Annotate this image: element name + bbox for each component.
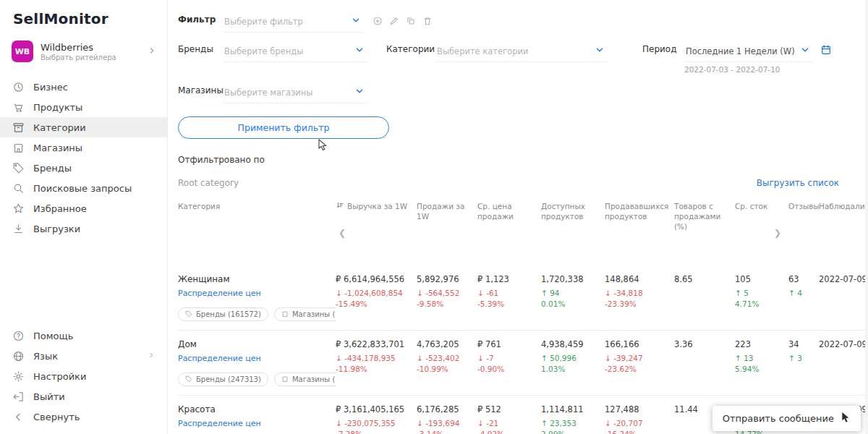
avg-stock-cell: 105↑ 54.71% — [735, 274, 788, 321]
sold-products-cell: 148,864↓ -34,818-23.39% — [605, 274, 674, 321]
brands-select[interactable]: Выберите бренды — [223, 43, 367, 62]
sidebar-item-label: Избранное — [33, 203, 87, 214]
col-label: Выручка за 1W — [347, 201, 407, 211]
edit-filter-icon[interactable] — [389, 15, 399, 29]
col-watched[interactable]: Наблюдали — [819, 201, 865, 232]
avg-price-cell: ₽ 512↓ -21-4.02% — [477, 404, 541, 434]
star-icon — [12, 202, 25, 215]
sidebar-item-label: Выйти — [33, 391, 65, 402]
metric-delta: ↓ -193,694 — [417, 419, 470, 427]
business-icon — [12, 80, 25, 93]
root-category-label: Root category — [178, 178, 239, 188]
col-category[interactable]: Категория — [178, 201, 336, 232]
col-revenue[interactable]: Выручка за 1W — [336, 201, 417, 232]
metric-delta: ↑ 5 — [735, 289, 781, 297]
sidebar-item-business[interactable]: Бизнес — [0, 77, 167, 97]
price-distribution-link[interactable]: Распределение цен — [178, 354, 261, 363]
metric-value: ₽ 3,161,405,165 — [336, 404, 409, 414]
category-name: Женщинам — [178, 274, 328, 284]
shops-chip[interactable]: Магазины (114232) — [274, 307, 336, 321]
table-scroll-left[interactable]: ❮ — [339, 229, 346, 237]
col-share-with-sales[interactable]: Товаров с продажами (%) — [674, 201, 735, 232]
categories-select[interactable]: Выберите категории — [435, 43, 608, 62]
period-block: Последние 1 Недели (W) 2022-07-03 - 2022… — [684, 43, 813, 74]
table-scroll-right[interactable]: ❯ — [774, 229, 781, 237]
export-list-link[interactable]: Выгрузить список — [757, 178, 839, 188]
metric-pct: -3.14% — [417, 430, 470, 434]
send-message-button[interactable]: Отправить сообщение — [712, 406, 861, 431]
period-select[interactable]: Последние 1 Недели (W) — [684, 43, 813, 62]
metric-pct: -15.49% — [336, 299, 409, 308]
filter-select[interactable]: Выберите фильтр — [223, 13, 364, 33]
sidebar-item-shops[interactable]: Магазины — [0, 137, 167, 158]
app-window: SellMonitor WB Wildberries Выбрать ритей… — [0, 0, 865, 434]
sidebar-item-favorites[interactable]: Избранное — [0, 198, 167, 218]
subheader-row: Root category Выгрузить список — [178, 178, 865, 188]
metric-delta: ↓ -523,402 — [417, 354, 470, 362]
chevron-down-icon — [354, 44, 365, 58]
sidebar-item-brands[interactable]: Бренды — [0, 158, 167, 178]
metric-delta: ↓ -564,552 — [417, 289, 470, 297]
sidebar-item-categories[interactable]: Категории — [0, 117, 167, 137]
metric-value: 105 — [735, 274, 781, 284]
sidebar-item-products[interactable]: Продукты — [0, 97, 167, 117]
metric-delta: ↑ 4 — [788, 289, 812, 297]
filter-row: Магазины Выберите магазины — [178, 84, 865, 103]
calendar-icon[interactable] — [820, 43, 832, 59]
category-cell: Женщинам Распределение цен Бренды (16157… — [178, 274, 336, 321]
metric-value: ₽ 3,622,833,701 — [336, 339, 409, 349]
table-header: Категория Выручка за 1W Продажи за 1W Ср… — [178, 201, 865, 232]
col-sales[interactable]: Продажи за 1W — [417, 201, 477, 232]
metric-pct: -0.90% — [477, 365, 534, 373]
metric-value: 2022-07-09 — [819, 339, 865, 349]
sidebar-item-search-queries[interactable]: Поисковые запросы — [0, 178, 167, 198]
logout-icon — [12, 390, 25, 403]
metric-value: 1,114,811 — [541, 404, 597, 414]
shops-chip[interactable]: Магазины (120713) — [274, 373, 336, 386]
metric-delta: ↑ 3 — [788, 354, 812, 362]
sidebar-item-logout[interactable]: Выйти — [0, 386, 167, 407]
sidebar-item-label: Поисковые запросы — [33, 183, 132, 194]
brands-chip[interactable]: Бренды (161572) — [178, 307, 268, 321]
sidebar-item-language[interactable]: Язык — [0, 346, 167, 366]
metric-pct: -23.39% — [605, 299, 667, 308]
sidebar-item-settings[interactable]: Настройки — [0, 366, 167, 386]
sold-products-cell: 127,488↓ -20,707-16.24% — [605, 404, 674, 434]
shops-placeholder: Выберите магазины — [224, 88, 312, 98]
category-cell: Красота Распределение цен Бренды (119841… — [178, 404, 336, 434]
gear-icon — [12, 370, 25, 383]
row-tags: Бренды (161572) Магазины (114232) — [178, 307, 328, 321]
metric-pct: -9.58% — [417, 299, 470, 308]
price-distribution-link[interactable]: Распределение цен — [178, 419, 261, 428]
shops-select[interactable]: Выберите магазины — [223, 84, 367, 103]
delete-filter-icon[interactable] — [422, 15, 433, 29]
wildberries-badge: WB — [12, 41, 33, 62]
table-row: Женщинам Распределение цен Бренды (16157… — [178, 265, 865, 331]
reviews-cell: 34↑ 3 — [788, 339, 819, 386]
sidebar-item-label: Помощь — [33, 331, 73, 341]
col-sold-products[interactable]: Продававшихся продуктов — [605, 201, 674, 232]
metric-value: 3.36 — [674, 339, 728, 349]
sidebar-item-help[interactable]: Помощь — [0, 326, 167, 346]
copy-filter-icon[interactable] — [406, 15, 416, 29]
col-avg-price[interactable]: Ср. цена продажи — [477, 201, 541, 232]
retailer-selector[interactable]: WB Wildberries Выбрать ритейлера — [0, 35, 167, 69]
available-cell: 1,114,811↑ 23,3532.09% — [541, 404, 605, 434]
sidebar-item-collapse[interactable]: Свернуть — [0, 407, 167, 427]
price-distribution-link[interactable]: Распределение цен — [178, 289, 261, 298]
cart-icon — [12, 101, 25, 114]
metric-delta: ↓ -230,075,355 — [336, 419, 409, 427]
sidebar-item-label: Настройки — [33, 371, 86, 382]
col-reviews[interactable]: Отзывы — [788, 201, 819, 232]
metric-pct: 2.09% — [541, 430, 597, 434]
categories-table: Категория Выручка за 1W Продажи за 1W Ср… — [178, 201, 865, 434]
metric-value: 2022-07-09 — [819, 274, 865, 284]
sidebar-item-exports[interactable]: Выгрузки — [0, 218, 167, 239]
sold-products-cell: 166,166↓ -39,247-23.62% — [605, 339, 674, 386]
add-filter-icon[interactable] — [373, 15, 383, 29]
brands-chip[interactable]: Бренды (247313) — [178, 373, 268, 386]
filter-label: Фильтр — [178, 13, 223, 25]
apply-filter-button[interactable]: Применить фильтр — [178, 116, 389, 139]
col-available[interactable]: Доступных продуктов — [541, 201, 605, 232]
table-row: Дом Распределение цен Бренды (247313) Ма… — [178, 331, 865, 396]
